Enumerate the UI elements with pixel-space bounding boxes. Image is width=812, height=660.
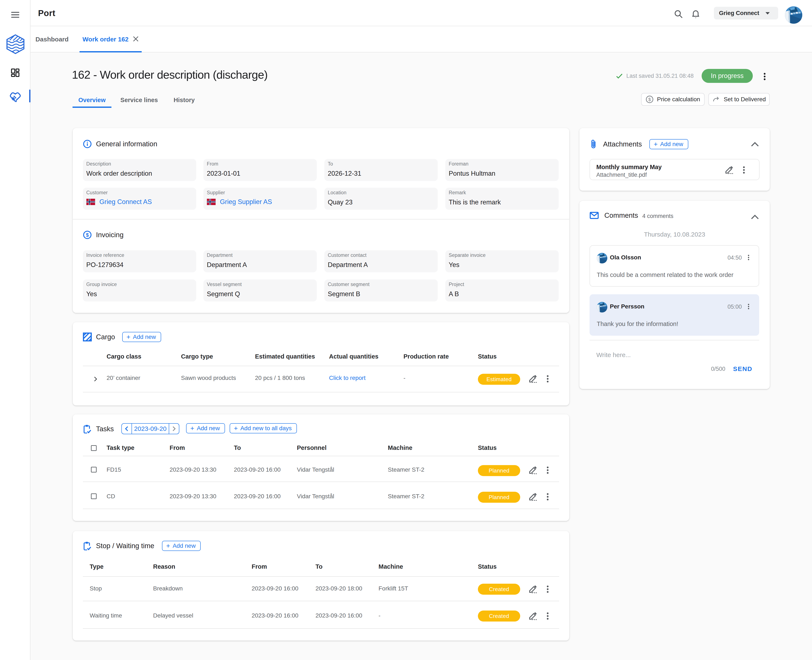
svg-text:$: $ <box>648 97 651 102</box>
svg-text:$: $ <box>86 232 89 238</box>
